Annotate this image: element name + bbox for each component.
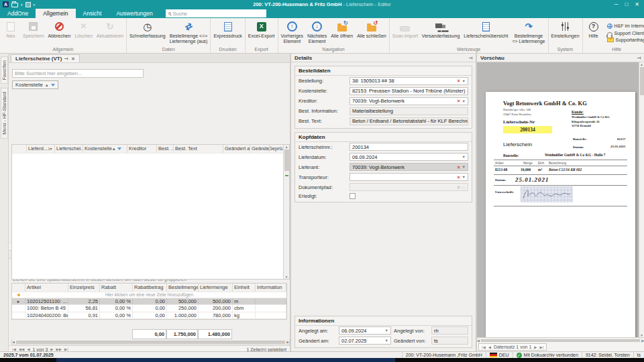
chevron-down-icon[interactable]: ▼ bbox=[462, 155, 466, 159]
filter-icon[interactable] bbox=[117, 147, 121, 150]
pager-last-icon[interactable] bbox=[540, 345, 544, 349]
geaendert-am-field[interactable]: 02.07.2025▼ bbox=[339, 337, 391, 345]
save-button[interactable]: Speichern bbox=[21, 19, 46, 47]
clear-icon[interactable]: ✕ bbox=[457, 175, 461, 180]
cell-information[interactable] bbox=[256, 298, 286, 304]
column-header[interactable]: Einzelpreis bbox=[68, 284, 100, 292]
position-row[interactable]: 1000: Beton B 45 56,81 0,00 % 0,00 250,0… bbox=[12, 305, 286, 312]
column-header[interactable]: Best. ... bbox=[157, 145, 174, 153]
scrollbar-thumb[interactable] bbox=[16, 341, 285, 344]
versanderfassung-button[interactable]: Versanderfassung bbox=[420, 19, 462, 47]
vertical-scrollbar[interactable]: ▲ ▼ bbox=[639, 62, 644, 337]
support-client-link[interactable]: Support Client bbox=[607, 30, 644, 36]
sidebar-tab-favoriten[interactable]: Favoriten bbox=[1, 56, 8, 84]
chevron-down-icon[interactable]: ▼ bbox=[462, 165, 466, 169]
lieferscheine-search-input[interactable] bbox=[12, 69, 144, 78]
close-window-button[interactable]: ✕ bbox=[635, 0, 639, 9]
cell-artikel[interactable]: 1000: Beton B 45 bbox=[25, 305, 68, 311]
kostenstelle-field[interactable]: 82153: Preussen Stadion - Nord Tribüne (… bbox=[350, 87, 468, 95]
close-icon[interactable] bbox=[71, 56, 74, 62]
cell-einzelpreis[interactable]: 56,81 bbox=[68, 305, 100, 311]
column-header[interactable]: Rabattbetrag bbox=[133, 284, 167, 292]
chevron-down-icon[interactable]: ▼ bbox=[385, 339, 388, 343]
clear-icon[interactable]: ✕ bbox=[457, 165, 461, 170]
scan-import-button[interactable]: Scan-Import bbox=[390, 19, 420, 47]
pin-icon[interactable] bbox=[638, 55, 641, 61]
clear-icon[interactable]: ✕ bbox=[466, 88, 468, 93]
column-header[interactable]: Lieferschei... bbox=[55, 145, 83, 153]
cell-liefermenge[interactable]: 780,000 bbox=[199, 312, 233, 318]
cell-rabattbetrag[interactable]: 0,00 bbox=[133, 305, 167, 311]
scroll-right-icon[interactable]: ▶ bbox=[641, 339, 644, 343]
minimize-button[interactable]: ─ bbox=[614, 0, 619, 9]
filter-icon[interactable] bbox=[51, 84, 55, 86]
scroll-up-icon[interactable]: ▲ bbox=[285, 145, 288, 149]
chevron-down-icon[interactable]: ▾ bbox=[21, 3, 23, 7]
scroll-left-icon[interactable]: ◀ bbox=[477, 339, 480, 343]
tab-ansicht[interactable]: Ansicht bbox=[76, 9, 109, 18]
lieferdatum-field[interactable]: 06.09.2024▼ bbox=[350, 153, 468, 161]
add-row[interactable]: Hier klicken um eine neue Zeile hinzuzuf… bbox=[12, 292, 286, 298]
cell-rabattbetrag[interactable]: 0,00 bbox=[133, 298, 167, 304]
chevron-down-icon[interactable]: ▼ bbox=[462, 99, 466, 103]
excel-export-button[interactable]: Excel-Export bbox=[246, 19, 277, 47]
cell-liefermenge[interactable]: 500,000 bbox=[199, 298, 233, 304]
lieferscheinuebersicht-button[interactable]: Lieferscheinübersicht bbox=[462, 19, 510, 47]
tab-lieferscheine-vt[interactable]: Lieferscheine (VT) bbox=[11, 54, 80, 62]
chevron-down-icon[interactable]: ▾ bbox=[34, 3, 36, 7]
cell-liefermenge[interactable]: 200,000 bbox=[199, 305, 233, 311]
naechstes-element-button[interactable]: NächstesElement bbox=[305, 19, 329, 47]
lieferant-field[interactable]: 70039: Vogt-Betonwerk✕▼ bbox=[350, 163, 468, 171]
column-header[interactable]: Einheit bbox=[233, 284, 256, 292]
cell-artikel[interactable]: 102012501100: ... bbox=[25, 298, 68, 304]
cell-einheit[interactable]: m bbox=[233, 298, 256, 304]
position-row[interactable]: 102040400200: Beton... 0,91 0,00 % 0,00 … bbox=[12, 312, 286, 319]
cell-einzelpreis[interactable]: 2,25 bbox=[68, 298, 100, 304]
bestellmenge-liefermenge-aus-button[interactable]: Bestellmenge <=>Liefermenge (aus) bbox=[168, 19, 210, 47]
tab-allgemein[interactable]: Allgemein bbox=[36, 9, 75, 18]
column-header[interactable]: Kreditor bbox=[127, 145, 157, 153]
einstellungen-button[interactable]: Einstellungen bbox=[549, 19, 582, 47]
column-header[interactable]: Bestellmenge bbox=[167, 284, 199, 292]
horizontal-scrollbar[interactable]: ◀▶ bbox=[477, 337, 644, 343]
angelegt-am-field[interactable]: 06.09.2024▼ bbox=[339, 326, 391, 335]
column-header[interactable]: Rabatt bbox=[100, 284, 133, 292]
pin-icon[interactable] bbox=[470, 55, 472, 61]
column-header[interactable]: Liefermenge bbox=[199, 284, 233, 292]
expressdruck-button[interactable]: Expressdruck bbox=[211, 19, 244, 47]
cell-bestellmenge[interactable]: 250,000 bbox=[167, 305, 199, 311]
column-header[interactable]: Geände... bbox=[250, 145, 270, 153]
cancel-button[interactable]: Abbrechen bbox=[46, 19, 73, 47]
alle-schliessen-button[interactable]: Alle schließen bbox=[355, 19, 388, 47]
horizontal-scrollbar[interactable]: ◀▶ bbox=[11, 339, 290, 345]
pager-next-icon[interactable] bbox=[534, 345, 537, 349]
cell-bestellmenge[interactable]: 1.000,000 bbox=[167, 312, 199, 318]
alle-oeffnen-button[interactable]: Alle öffnen bbox=[329, 19, 355, 47]
hilfe-button[interactable]: Hilfe bbox=[584, 19, 604, 47]
status-language[interactable]: DEU bbox=[486, 352, 513, 358]
maximize-button[interactable]: □ bbox=[625, 0, 628, 9]
schnellerfassung-button[interactable]: Schnellerfassung bbox=[127, 19, 168, 47]
scrollbar-thumb[interactable] bbox=[284, 149, 289, 171]
cell-einheit[interactable]: cbm bbox=[233, 305, 256, 311]
tab-auswertungen[interactable]: Auswertungen bbox=[109, 9, 160, 18]
supportanfrage-link[interactable]: Supportanfrage bbox=[607, 38, 644, 42]
chevron-down-icon[interactable]: ▼ bbox=[385, 328, 388, 333]
pager-first-icon[interactable] bbox=[482, 345, 486, 349]
new-button[interactable]: Neu bbox=[1, 19, 21, 47]
save-icon[interactable] bbox=[25, 2, 31, 7]
scroll-down-icon[interactable]: ▼ bbox=[640, 333, 643, 337]
lieferscheinnr-field[interactable]: 200134 bbox=[350, 143, 468, 151]
bestellung-field[interactable]: 38: 1505013 ## 38✕▼ bbox=[350, 77, 468, 85]
column-header[interactable]: Geändert am bbox=[223, 145, 250, 153]
scroll-down-icon[interactable]: ▼ bbox=[285, 275, 288, 279]
kreditor-field[interactable]: 70039: Vogt-Betonwerk✕▼ bbox=[350, 97, 468, 105]
erledigt-checkbox[interactable] bbox=[350, 193, 356, 199]
cell-rabatt[interactable]: 0,00 % bbox=[100, 305, 133, 311]
transporteur-field[interactable]: ✕▼ bbox=[350, 173, 468, 181]
delete-button[interactable]: Löschen bbox=[72, 19, 94, 47]
clear-icon[interactable]: ✕ bbox=[457, 99, 461, 103]
cell-bestellmenge[interactable]: 500,000 bbox=[167, 298, 199, 304]
cell-artikel[interactable]: 102040400200: Beton... bbox=[25, 312, 68, 318]
pin-icon[interactable] bbox=[65, 56, 68, 62]
